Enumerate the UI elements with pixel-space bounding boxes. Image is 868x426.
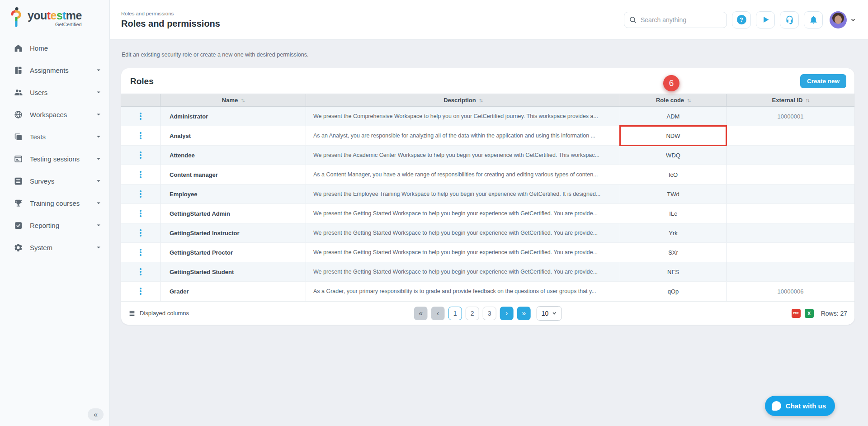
roles-card: 6 Roles Create new Name↑↓Description↑↓Ro… [121,68,854,325]
previous-page-button[interactable]: ‹ [431,307,445,320]
sidebar-item-home[interactable]: Home [0,40,109,56]
search-box[interactable] [624,12,727,28]
table-footer: Displayed columns « ‹ 123 › » 10 [121,301,854,325]
sidebar-item-system[interactable]: System [0,239,109,256]
row-menu-button[interactable] [137,285,144,297]
avatar[interactable] [830,11,847,28]
help-button[interactable]: ? [732,11,751,28]
page-title: Roles and permissions [121,19,220,29]
reporting-icon [14,221,23,230]
role-code-cell: Yrk [620,223,726,242]
role-code-cell: NFS [620,262,726,281]
sidebar-item-testing-sessions[interactable]: Testing sessions [0,151,109,167]
sidebar-item-label: Workspaces [30,111,94,118]
card-title: Roles [130,76,154,86]
role-description-cell: As a Content Manager, you have a wide ra… [306,165,620,184]
sort-icon[interactable]: ↑↓ [805,97,809,104]
displayed-columns-button[interactable]: Displayed columns [128,310,189,317]
search-input[interactable] [641,16,722,24]
table-row: AnalystAs an Analyst, you are responsibl… [121,126,854,146]
export-excel-icon[interactable]: X [805,309,814,318]
row-menu-button[interactable] [137,110,144,122]
role-name-cell: Attendee [160,146,306,165]
row-menu-cell [121,243,160,262]
row-menu-button[interactable] [137,227,144,239]
table-row: EmployeeWe present the Employee Training… [121,185,854,204]
role-description-cell: We present the Comprehensive Workspace t… [306,107,620,126]
sort-icon[interactable]: ↑↓ [241,97,244,104]
column-header-name[interactable]: Name↑↓ [160,94,306,106]
sidebar-item-training-courses[interactable]: Training courses [0,195,109,211]
role-name-cell: GettingStarted Proctor [160,243,306,262]
card-header: Roles Create new [121,68,854,94]
sort-icon[interactable]: ↑↓ [479,97,482,104]
sidebar-item-tests[interactable]: Tests [0,128,109,145]
column-header-description[interactable]: Description↑↓ [306,94,620,106]
first-page-button[interactable]: « [414,307,428,320]
page-button-3[interactable]: 3 [483,307,496,320]
row-menu-cell [121,126,160,145]
chevron-down-icon [94,155,103,163]
video-tutorial-button[interactable] [756,11,775,28]
question-mark-icon: ? [737,15,746,24]
user-menu[interactable] [830,11,856,28]
logo-letter: me [66,9,82,22]
notifications-button[interactable] [804,11,823,28]
next-page-button[interactable]: › [500,307,514,320]
home-icon [14,43,23,53]
external-id-cell [726,262,854,281]
role-description-cell: We present the Employee Training Workspa… [306,185,620,204]
sidebar-item-workspaces[interactable]: Workspaces [0,106,109,123]
workspaces-icon [14,110,23,119]
chat-label: Chat with us [786,402,826,410]
table-header-row: Name↑↓Description↑↓Role code↑↓External I… [121,94,854,107]
sidebar-item-label: Users [30,89,94,96]
table-header-menu-column [121,94,160,106]
external-id-cell [726,204,854,223]
chat-with-us-button[interactable]: Chat with us [765,396,835,416]
app-logo[interactable]: youtestme GetCertified [0,0,109,28]
role-name-cell: Grader [160,282,306,301]
row-menu-button[interactable] [137,266,144,278]
row-menu-button[interactable] [137,130,144,142]
support-button[interactable] [780,11,799,28]
role-code-cell: WDQ [620,146,726,165]
testing-sessions-icon [14,154,23,164]
sidebar-item-surveys[interactable]: Surveys [0,173,109,189]
page-size-select[interactable]: 10 [537,306,562,321]
assignments-icon [14,66,23,75]
role-name-cell: Administrator [160,107,306,126]
row-menu-button[interactable] [137,169,144,180]
logo-letter: e [50,9,56,22]
training-courses-icon [14,199,23,208]
sidebar-item-label: Tests [30,133,94,141]
sidebar-item-reporting[interactable]: Reporting [0,217,109,233]
row-menu-button[interactable] [137,208,144,219]
column-header-role-code[interactable]: Role code↑↓ [620,94,726,106]
sidebar-collapse-button[interactable]: « [88,408,104,421]
export-pdf-icon[interactable]: PDF [792,309,801,318]
table-row: GettingStarted ProctorWe present the Get… [121,243,854,262]
role-code-cell-highlighted: NDW [620,126,726,145]
page-button-2[interactable]: 2 [466,307,479,320]
chevron-down-icon [552,311,557,316]
create-new-button[interactable]: Create new [800,74,846,88]
last-page-button[interactable]: » [517,307,531,320]
search-icon [629,16,637,24]
role-name-cell: Employee [160,185,306,204]
column-header-external-id[interactable]: External ID↑↓ [726,94,854,106]
role-description-cell: As a Grader, your primary responsibility… [306,282,620,301]
row-menu-button[interactable] [137,246,144,258]
headset-icon [785,15,794,24]
row-menu-cell [121,282,160,301]
tests-icon [14,132,23,142]
chevron-down-icon [94,133,103,141]
sidebar-item-assignments[interactable]: Assignments [0,62,109,78]
sort-icon[interactable]: ↑↓ [687,97,690,104]
logo-wordmark: youtestme [28,9,82,21]
sidebar-item-users[interactable]: Users [0,84,109,100]
page-button-1[interactable]: 1 [448,307,462,320]
logo-letter: s [57,9,62,22]
row-menu-button[interactable] [137,149,144,161]
row-menu-button[interactable] [137,188,144,200]
